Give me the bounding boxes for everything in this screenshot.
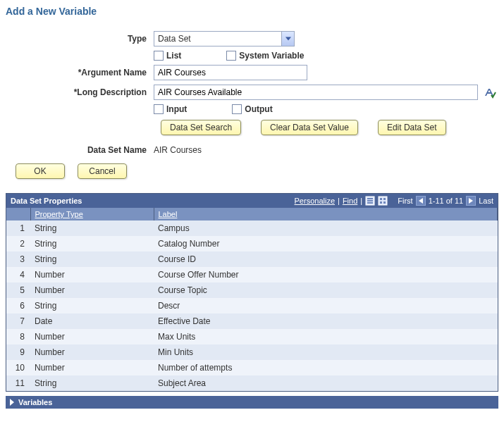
variables-section-toggle[interactable]: Variables <box>6 396 498 409</box>
list-checkbox[interactable] <box>154 51 164 61</box>
input-checkbox-label: Input <box>166 104 187 114</box>
row-number: 10 <box>6 360 30 375</box>
system-variable-checkbox-label: System Variable <box>239 51 304 61</box>
cell-property-type: Number <box>30 360 154 375</box>
grid-last-label[interactable]: Last <box>479 197 493 205</box>
cell-label: Subject Area <box>154 375 498 391</box>
table-row: 5NumberCourse Topic <box>6 282 498 298</box>
cell-property-type: Number <box>30 329 154 344</box>
cell-label: Descr <box>154 298 498 313</box>
cell-property-type: Number <box>30 267 154 282</box>
download-icon[interactable] <box>378 196 388 206</box>
view-all-icon[interactable] <box>365 196 375 206</box>
grid-header-label[interactable]: Label <box>154 208 498 220</box>
svg-rect-2 <box>367 200 373 201</box>
row-number: 6 <box>6 298 30 313</box>
cell-label: Effective Date <box>154 313 498 329</box>
row-number: 7 <box>6 313 30 329</box>
row-number: 1 <box>6 220 30 236</box>
svg-rect-7 <box>380 201 382 204</box>
svg-rect-6 <box>383 198 386 200</box>
table-row: 4NumberCourse Offer Number <box>6 267 498 282</box>
input-checkbox[interactable] <box>154 104 164 114</box>
table-row: 9NumberMin Units <box>6 344 498 360</box>
table-row: 2StringCatalog Number <box>6 236 498 251</box>
grid-title: Data Set Properties <box>11 197 82 205</box>
cell-label: Min Units <box>154 344 498 360</box>
data-set-name-value: AIR Courses <box>154 145 202 155</box>
data-set-search-button[interactable]: Data Set Search <box>161 120 241 135</box>
grid-range: 1-11 of 11 <box>429 197 464 205</box>
type-select[interactable]: Data Set <box>154 31 295 46</box>
table-row: 7DateEffective Date <box>6 313 498 329</box>
cell-label: Course ID <box>154 251 498 267</box>
cancel-button[interactable]: Cancel <box>78 163 127 179</box>
svg-rect-4 <box>379 197 387 205</box>
variables-section-label: Variables <box>18 398 52 406</box>
cell-property-type: String <box>30 251 154 267</box>
grid-find-link[interactable]: Find <box>343 197 357 205</box>
argument-name-label: *Argument Name <box>6 68 154 77</box>
grid-next-button[interactable] <box>466 196 476 206</box>
long-description-input[interactable] <box>154 85 478 100</box>
data-set-name-label: Data Set Name <box>6 145 154 155</box>
table-row: 10NumberNumber of attempts <box>6 360 498 375</box>
cell-label: Course Topic <box>154 282 498 298</box>
table-row: 3StringCourse ID <box>6 251 498 267</box>
output-checkbox-label: Output <box>245 104 272 114</box>
chevron-down-icon <box>281 32 294 46</box>
type-select-value: Data Set <box>154 32 281 46</box>
row-number: 8 <box>6 329 30 344</box>
row-number: 3 <box>6 251 30 267</box>
svg-rect-5 <box>380 198 382 200</box>
cell-property-type: String <box>30 236 154 251</box>
type-label: Type <box>6 34 154 44</box>
table-row: 6StringDescr <box>6 298 498 313</box>
cell-property-type: String <box>30 375 154 391</box>
output-checkbox[interactable] <box>232 104 242 114</box>
expand-icon <box>10 399 14 406</box>
svg-rect-8 <box>383 201 386 204</box>
grid-personalize-link[interactable]: Personalize <box>295 197 335 205</box>
cell-label: Campus <box>154 220 498 236</box>
cell-label: Catalog Number <box>154 236 498 251</box>
cell-property-type: Number <box>30 282 154 298</box>
cell-property-type: Date <box>30 313 154 329</box>
argument-name-input[interactable] <box>154 65 307 80</box>
long-description-label: *Long Description <box>6 87 154 97</box>
edit-data-set-button[interactable]: Edit Data Set <box>378 120 446 135</box>
table-row: 8NumberMax Units <box>6 329 498 344</box>
grid-header-property-type[interactable]: Property Type <box>30 208 154 220</box>
table-row: 1StringCampus <box>6 220 498 236</box>
row-number: 9 <box>6 344 30 360</box>
clear-data-set-value-button[interactable]: Clear Data Set Value <box>261 120 358 135</box>
cell-label: Course Offer Number <box>154 267 498 282</box>
grid-prev-button[interactable] <box>416 196 426 206</box>
page-title: Add a New Variable <box>6 6 498 17</box>
row-number: 4 <box>6 267 30 282</box>
cell-property-type: Number <box>30 344 154 360</box>
grid-header-rownum <box>6 208 30 220</box>
svg-rect-1 <box>367 198 373 199</box>
table-row: 11StringSubject Area <box>6 375 498 391</box>
row-number: 2 <box>6 236 30 251</box>
row-number: 5 <box>6 282 30 298</box>
cell-property-type: String <box>30 298 154 313</box>
system-variable-checkbox[interactable] <box>226 51 236 61</box>
ok-button[interactable]: OK <box>16 163 65 179</box>
cell-label: Number of attempts <box>154 360 498 375</box>
cell-label: Max Units <box>154 329 498 344</box>
data-set-properties-grid: Data Set Properties Personalize | Find |… <box>6 193 498 392</box>
spellcheck-icon[interactable] <box>484 86 496 99</box>
cell-property-type: String <box>30 220 154 236</box>
row-number: 11 <box>6 375 30 391</box>
list-checkbox-label: List <box>166 51 181 61</box>
grid-first-label[interactable]: First <box>398 197 412 205</box>
svg-rect-3 <box>367 202 373 204</box>
